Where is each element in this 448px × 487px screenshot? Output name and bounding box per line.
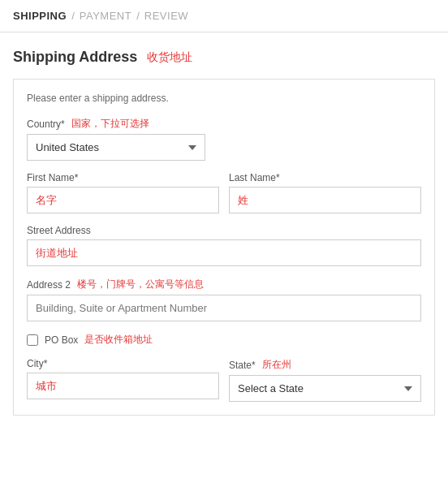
state-group: State* 所在州 Select a State California New…	[229, 358, 421, 402]
last-name-input[interactable]	[229, 187, 421, 213]
pobox-row: PO Box 是否收件箱地址	[27, 333, 421, 347]
breadcrumb-sep-2: /	[136, 10, 140, 22]
city-state-row: City* State* 所在州 Select a State Californ…	[27, 358, 421, 402]
city-input[interactable]	[27, 373, 219, 399]
first-name-input[interactable]	[27, 187, 219, 213]
address2-group: Address 2 楼号，门牌号，公寓号等信息	[27, 278, 421, 321]
breadcrumb-payment: PAYMENT	[80, 10, 131, 22]
pobox-chinese-label: 是否收件箱地址	[84, 333, 153, 347]
form-card: Please enter a shipping address. Country…	[13, 79, 435, 416]
last-name-label: Last Name*	[229, 172, 421, 183]
city-label: City*	[27, 358, 219, 369]
country-group: Country* 国家，下拉可选择 United States Canada U…	[27, 117, 421, 161]
breadcrumb-shipping: SHIPPING	[13, 10, 67, 22]
pobox-checkbox[interactable]	[27, 334, 38, 346]
address2-chinese-label: 楼号，门牌号，公寓号等信息	[77, 278, 204, 291]
breadcrumb-review: REVIEW	[144, 10, 188, 22]
breadcrumb: SHIPPING / PAYMENT / REVIEW	[0, 0, 448, 32]
section-title-chinese: 收货地址	[147, 50, 192, 65]
form-intro-text: Please enter a shipping address.	[27, 93, 421, 104]
country-select[interactable]: United States Canada United Kingdom Aust…	[27, 134, 205, 161]
section-title: Shipping Address	[13, 49, 137, 66]
state-chinese-label: 所在州	[262, 358, 291, 372]
street-label: Street Address	[27, 225, 421, 236]
breadcrumb-sep-1: /	[71, 10, 75, 22]
state-label: State*	[229, 360, 256, 371]
first-name-label: First Name*	[27, 172, 219, 183]
main-content: Shipping Address 收货地址 Please enter a shi…	[0, 32, 448, 432]
name-row: First Name* Last Name*	[27, 172, 421, 213]
street-input[interactable]	[27, 239, 421, 266]
last-name-group: Last Name*	[229, 172, 421, 213]
country-label: Country*	[27, 119, 65, 130]
street-group: Street Address	[27, 225, 421, 266]
pobox-label: PO Box	[45, 334, 78, 346]
section-title-row: Shipping Address 收货地址	[13, 49, 435, 66]
first-name-group: First Name*	[27, 172, 219, 213]
address2-label: Address 2	[27, 279, 71, 291]
address2-input[interactable]	[27, 295, 421, 321]
country-chinese-label: 国家，下拉可选择	[71, 117, 149, 131]
state-select[interactable]: Select a State California New York Texas…	[229, 375, 421, 402]
city-group: City*	[27, 358, 219, 402]
